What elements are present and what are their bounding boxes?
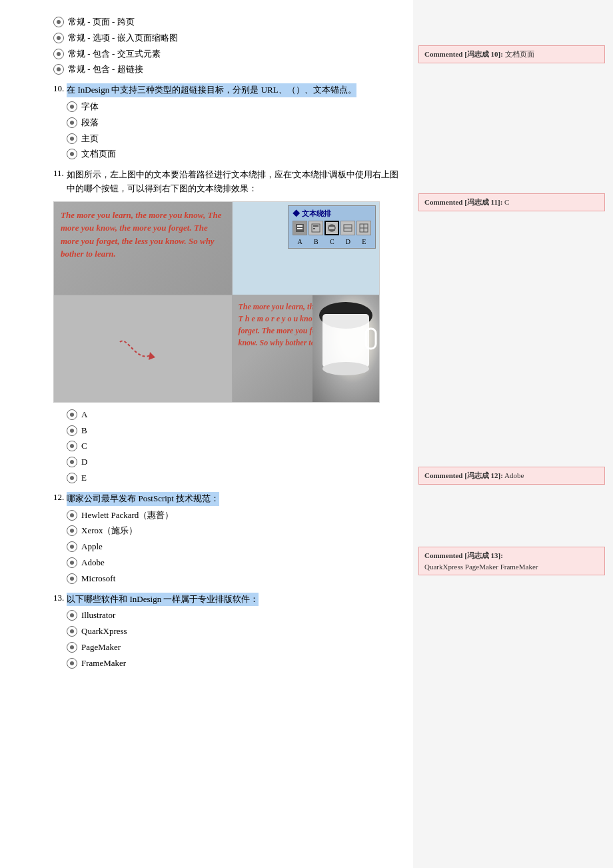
question-line: 10. 在 InDesign 中支持三种类型的超链接目标，分别是 URL、（）、… [53, 83, 400, 97]
radio-icon [67, 610, 77, 621]
group1-items: 常规 - 页面 - 跨页 常规 - 选项 - 嵌入页面缩略图 常规 - 包含 -… [53, 15, 400, 77]
left-text: The more you learn, the more you know, T… [61, 209, 225, 261]
option-label: A [81, 408, 87, 422]
option-label: Microsoft [81, 572, 115, 586]
q10-num: 10. [53, 83, 64, 94]
comment-11-answer: C [504, 198, 509, 206]
option-label: B [81, 424, 87, 438]
letter-c: C [330, 238, 334, 245]
svg-rect-5 [313, 228, 315, 229]
list-item: C [67, 439, 400, 453]
comment-12: Commented [冯志成 12]: Adobe [418, 467, 605, 485]
list-item: QuarkXpress [67, 625, 400, 639]
radio-icon [53, 33, 64, 43]
radio-icon [67, 473, 77, 483]
q12-num: 12. [53, 492, 64, 503]
radio-icon [67, 626, 77, 637]
radio-icon [67, 425, 77, 436]
radio-icon [53, 17, 64, 27]
comment-10-label: Commented [冯志成 10]: [424, 50, 503, 58]
radio-icon [53, 49, 64, 59]
radio-icon [67, 409, 77, 420]
radio-icon [67, 658, 77, 669]
letter-a: A [298, 238, 303, 245]
list-item: D [67, 455, 400, 469]
option-label: Hewlett Packard（惠普） [81, 509, 173, 523]
comment-13-answer: QuarkXpress PageMaker FrameMaker [424, 563, 538, 571]
radio-icon [67, 510, 77, 521]
radio-icon [67, 525, 77, 536]
option-label: PageMaker [81, 641, 121, 655]
bottom-right-image: The more you learn, the more you know, T… [233, 295, 379, 402]
question-12: 12. 哪家公司最早发布 PostScript 技术规范： Hewlett Pa… [53, 492, 400, 586]
wrap-icon-d [340, 221, 355, 235]
q11-options: A B C D E [67, 408, 400, 485]
dashed-arrow-svg [117, 332, 170, 365]
question-line: 13. 以下哪些软件和 InDesign 一样属于专业排版软件： [53, 593, 400, 607]
q12-options: Hewlett Packard（惠普） Xerox（施乐） Apple Adob… [67, 509, 400, 586]
svg-point-17 [322, 362, 369, 375]
radio-icon [53, 64, 64, 75]
radio-icon [67, 101, 77, 112]
q11-num: 11. [53, 168, 64, 179]
coffee-cup-visual [312, 295, 379, 402]
option-label: D [81, 455, 87, 469]
question-line: 12. 哪家公司最早发布 PostScript 技术规范： [53, 492, 400, 506]
wrap-icon-b [308, 221, 323, 235]
comment-13-label: Commented [冯志成 13]: [424, 551, 503, 559]
comment-12-label: Commented [冯志成 12]: [424, 471, 503, 479]
arrow-area [54, 295, 233, 402]
radio-icon [67, 541, 77, 552]
image-left-panel: The more you learn, the more you know, T… [54, 202, 233, 295]
list-item: Microsoft [67, 572, 400, 586]
list-item: 常规 - 页面 - 跨页 [53, 15, 400, 29]
q11-text: 如图所示，左上图中的文本要沿着路径进行文本绕排，应在'文本绕排'调板中使用右上图… [67, 168, 400, 196]
page-container: 常规 - 页面 - 跨页 常规 - 选项 - 嵌入页面缩略图 常规 - 包含 -… [0, 0, 613, 868]
option-label: 字体 [81, 100, 99, 114]
wrap-icon-c [324, 221, 339, 235]
comment-11: Commented [冯志成 11]: C [418, 193, 605, 211]
list-item: 字体 [67, 100, 400, 114]
radio-icon [67, 441, 77, 451]
svg-rect-7 [328, 225, 335, 227]
question-13: 13. 以下哪些软件和 InDesign 一样属于专业排版软件： Illustr… [53, 593, 400, 671]
letter-d: D [346, 238, 350, 245]
q13-options: Illustrator QuarkXpress PageMaker FrameM… [67, 609, 400, 670]
list-item: Illustrator [67, 609, 400, 623]
radio-icon [67, 117, 77, 128]
svg-rect-3 [312, 224, 320, 232]
question-11: 11. 如图所示，左上图中的文本要沿着路径进行文本绕排，应在'文本绕排'调板中使… [53, 168, 400, 485]
wrap-letters: A B C D E [293, 238, 371, 245]
svg-marker-14 [149, 352, 155, 360]
option-label: C [81, 439, 87, 453]
letter-e: E [362, 238, 366, 245]
option-label: FrameMaker [81, 657, 126, 671]
svg-rect-4 [313, 225, 318, 227]
list-item: 常规 - 包含 - 超链接 [53, 63, 400, 77]
bottom-image-row: The more you learn, the more you know, T… [54, 295, 379, 402]
comment-11-label: Commented [冯志成 11]: [424, 198, 502, 206]
q13-text: 以下哪些软件和 InDesign 一样属于专业排版软件： [67, 593, 259, 607]
question-10: 10. 在 InDesign 中支持三种类型的超链接目标，分别是 URL、（）、… [53, 83, 400, 161]
image-section: The more you learn, the more you know, T… [53, 201, 380, 403]
item-label: 常规 - 包含 - 超链接 [68, 63, 143, 77]
comment-10-answer: 文档页面 [505, 50, 534, 58]
list-item: 段落 [67, 116, 400, 130]
q12-text: 哪家公司最早发布 PostScript 技术规范： [67, 492, 219, 506]
list-item: PageMaker [67, 641, 400, 655]
wrap-panel: ◆ 文本绕排 [288, 205, 376, 249]
option-label: Xerox（施乐） [81, 524, 138, 538]
list-item: 主页 [67, 132, 400, 146]
list-item: A [67, 408, 400, 422]
list-item: Adobe [67, 556, 400, 570]
option-label: E [81, 471, 87, 485]
question-line: 11. 如图所示，左上图中的文本要沿着路径进行文本绕排，应在'文本绕排'调板中使… [53, 168, 400, 196]
list-item: 常规 - 包含 - 交互式元素 [53, 47, 400, 61]
option-label: Illustrator [81, 609, 115, 623]
wrap-icons [293, 221, 371, 235]
radio-icon [67, 149, 77, 159]
radio-icon [67, 457, 77, 467]
item-label: 常规 - 包含 - 交互式元素 [68, 47, 161, 61]
radio-icon [67, 133, 77, 144]
list-item: 文档页面 [67, 147, 400, 161]
